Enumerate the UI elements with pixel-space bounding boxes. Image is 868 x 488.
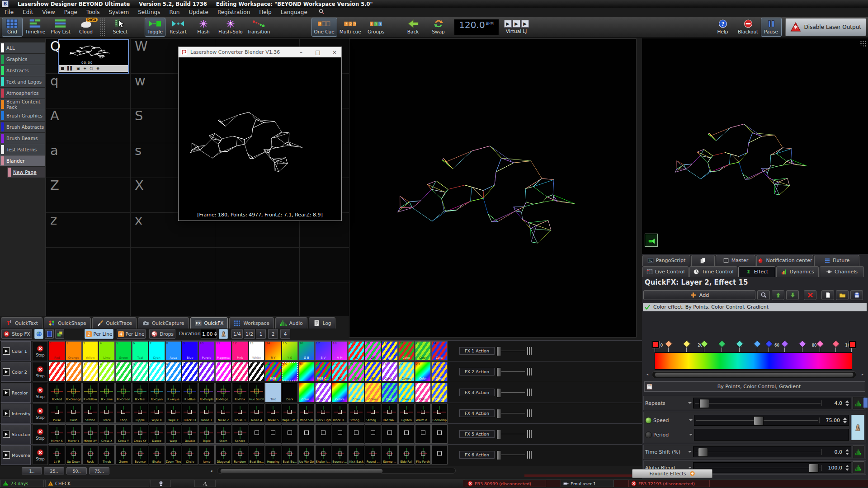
fx-tile-movements-15[interactable]: Beat Bu... bbox=[282, 445, 298, 465]
scrollbar-thumb[interactable] bbox=[655, 372, 854, 377]
gradient-marker[interactable] bbox=[754, 340, 761, 348]
fx-row-structure-header[interactable]: Structure bbox=[1, 424, 31, 444]
sidebar-item-atmospherics[interactable]: Atmospherics bbox=[0, 88, 45, 99]
drops-button[interactable]: Drops bbox=[149, 329, 175, 339]
fx-tile-intensity-9[interactable]: Black FX bbox=[182, 404, 198, 423]
fx-tile-intensity-1[interactable]: Pulse bbox=[49, 404, 65, 423]
sidebar-item-graphics[interactable]: Graphics bbox=[0, 54, 45, 65]
tab-quickcapture[interactable]: QuickCapture bbox=[138, 317, 189, 328]
beat-1-button[interactable]: 1 bbox=[256, 329, 266, 339]
beat-1-2-button[interactable]: 1/2 bbox=[244, 329, 255, 339]
fx-tile-movements-9[interactable]: Circle bbox=[182, 445, 198, 465]
menu-tools[interactable]: Tools bbox=[82, 9, 104, 15]
fx-action-3-button[interactable]: FX 3 Action bbox=[459, 389, 495, 396]
four-per-line-button[interactable]: 4Per Line bbox=[117, 329, 146, 339]
speed-spinner[interactable] bbox=[842, 416, 848, 425]
fx-tile-movements-17[interactable]: Shake it... bbox=[315, 445, 331, 465]
fx-tile-recolor-22[interactable]: Colors bbox=[398, 383, 415, 402]
fx-tile-color-2-13[interactable]: 13 bbox=[249, 362, 265, 381]
frame-icon[interactable]: ▣ bbox=[76, 66, 80, 70]
fft-button[interactable] bbox=[853, 461, 864, 474]
cue-controls[interactable]: ■▌▌▣+○⊕ bbox=[59, 65, 128, 72]
check-warning[interactable]: !CHECK bbox=[45, 480, 149, 487]
scroll-left-icon[interactable]: ◂ bbox=[646, 372, 648, 376]
fx-tile-movements-20[interactable]: Round ... bbox=[365, 445, 381, 465]
fx-tile-color-1-16[interactable]: 16G B bbox=[298, 341, 315, 361]
active-cue-cell[interactable]: 00:00 ■▌▌▣+○⊕ bbox=[58, 39, 129, 74]
menu-registration[interactable]: Registration bbox=[213, 9, 255, 15]
fx-tile-color-2-11[interactable]: 11 bbox=[215, 362, 231, 381]
fx-tile-structure-8[interactable]: Warp bbox=[165, 424, 182, 444]
gradient-bar[interactable] bbox=[655, 352, 852, 370]
gradient-marker[interactable] bbox=[799, 340, 807, 348]
fx-tile-color-2-22[interactable]: 22Colors bbox=[398, 362, 415, 381]
fx-tile-color-1-14[interactable]: 14R Y bbox=[265, 341, 281, 361]
fx-tile-recolor-18[interactable]: Colors bbox=[332, 383, 348, 402]
menu-file[interactable]: File bbox=[0, 9, 18, 15]
fx-tile-structure-20[interactable] bbox=[365, 424, 381, 444]
sidebar-item-text-and-logos[interactable]: Text and Logos bbox=[0, 76, 45, 87]
gradient-marker[interactable] bbox=[781, 340, 789, 348]
fx-tile-color-1-7[interactable]: 7Cyan bbox=[149, 341, 165, 361]
fx-row-color-1-stop-button[interactable]: Stop bbox=[33, 341, 48, 361]
blender-window-titlebar[interactable]: Lasershow Converter Blender V1.36 – □ × bbox=[179, 47, 341, 57]
menu-settings[interactable]: Settings bbox=[133, 9, 165, 15]
fx-row-movements-stop-button[interactable]: Stop bbox=[33, 445, 48, 465]
move-icon[interactable]: + bbox=[83, 66, 86, 70]
alpha-blend-value[interactable]: 100.0 bbox=[821, 465, 843, 471]
speed-radio[interactable] bbox=[645, 417, 652, 424]
alpha-blend-spinner[interactable] bbox=[844, 463, 850, 473]
fx-tile-recolor-10[interactable]: R>Purple bbox=[198, 383, 215, 402]
fx-tile-intensity-2[interactable]: Flash bbox=[66, 404, 82, 423]
fx-tile-color-1-10[interactable]: 10Purple bbox=[198, 341, 215, 361]
fx-tile-recolor-8[interactable]: R>Aqua bbox=[165, 383, 182, 402]
fx-tile-movements-10[interactable]: Jump bbox=[198, 445, 215, 465]
tab-notification-center[interactable]: Notification center bbox=[756, 255, 813, 266]
menu-help[interactable]: Help bbox=[255, 9, 276, 15]
fx-action-4-button[interactable]: FX 4 Action bbox=[459, 409, 495, 417]
open-effect-button[interactable] bbox=[836, 290, 849, 300]
one-per-line-button[interactable]: 1Per Line bbox=[85, 329, 113, 339]
fft-button[interactable] bbox=[853, 397, 864, 409]
fx-tile-recolor-15[interactable]: Dark bbox=[282, 383, 298, 402]
effect-search-button[interactable] bbox=[757, 290, 770, 300]
toolbar-one-cue-button[interactable]: 1One Cue bbox=[311, 18, 337, 37]
fx-tile-structure-12[interactable]: Sphere bbox=[232, 424, 248, 444]
fx-tile-recolor-3[interactable]: R>Yellow bbox=[82, 383, 99, 402]
fx-row-intensity-header[interactable]: Intensity bbox=[1, 404, 31, 423]
metronome-sync-button[interactable] bbox=[851, 415, 864, 440]
fx-tile-structure-10[interactable]: Triple bbox=[198, 424, 215, 444]
grid-cell-z[interactable]: z bbox=[50, 214, 57, 227]
sidebar-item-brush-graphics[interactable]: Brush Graphics bbox=[0, 110, 45, 121]
grid-cell-s[interactable]: s bbox=[135, 144, 142, 157]
fx-tile-intensity-5[interactable]: Chop bbox=[115, 404, 132, 423]
fx-tile-recolor-1[interactable]: R>Red bbox=[49, 383, 65, 402]
fx-tile-color-1-11[interactable]: 11Magenta bbox=[215, 341, 231, 361]
fx-tile-structure-5[interactable]: Cross Y bbox=[115, 424, 132, 444]
tab-log[interactable]: Log bbox=[309, 317, 336, 328]
fx-tile-recolor-9[interactable]: R>Blue bbox=[182, 383, 198, 402]
stop-fx-button[interactable]: Stop FX bbox=[1, 329, 32, 339]
time-shift-slider[interactable] bbox=[694, 447, 821, 457]
fx-row-recolor-header[interactable]: Recolor bbox=[1, 383, 31, 403]
toolbar-restart-button[interactable]: Restart bbox=[165, 18, 191, 37]
repeats-slider[interactable] bbox=[694, 398, 821, 408]
fx-row-recolor-stop-button[interactable]: Stop bbox=[33, 383, 48, 403]
fx-tile-movements-19[interactable]: Kick Back bbox=[348, 445, 364, 465]
toolbar-pause-button[interactable]: Pause bbox=[761, 18, 782, 37]
fx-tile-intensity-23[interactable]: WarmTe... bbox=[415, 404, 431, 423]
fx-action-slider-handle[interactable] bbox=[496, 347, 501, 356]
rotate-icon[interactable]: ○ bbox=[90, 66, 93, 70]
tab-pages[interactable] bbox=[691, 255, 715, 266]
duration-spinner[interactable] bbox=[213, 330, 217, 338]
fx-tile-color-2-15[interactable]: 15 bbox=[282, 362, 298, 381]
fx-tile-movements-12[interactable]: Random bbox=[232, 445, 248, 465]
tab-effect[interactable]: ΣEffect bbox=[738, 266, 775, 277]
delete-effect-button[interactable] bbox=[804, 290, 816, 300]
fx-tile-recolor-23[interactable]: Color bbox=[415, 383, 431, 402]
gradient-marker[interactable] bbox=[816, 340, 824, 348]
fx-tile-color-1-24[interactable]: 24Color bbox=[431, 341, 448, 361]
fx-tile-recolor-21[interactable]: Color bbox=[382, 383, 398, 402]
fx-action-slider-track[interactable] bbox=[501, 371, 525, 372]
slider-handle[interactable] bbox=[809, 464, 819, 473]
